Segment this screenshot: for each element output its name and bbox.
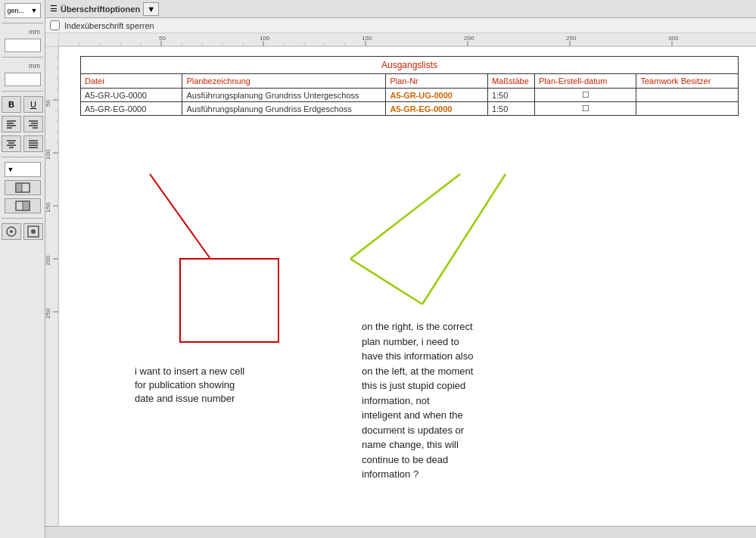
col-header-teamwork: Teamwork Besitzer xyxy=(636,74,739,89)
ruler-vertical: 50 100 150 200 250 xyxy=(45,47,59,526)
cell-checkbox-2: ☐ xyxy=(535,102,636,116)
svg-rect-68 xyxy=(180,259,278,342)
ruler-horizontal: 50 100 150 200 250 300 xyxy=(59,33,756,47)
ruler-vertical-svg: 50 100 150 200 250 xyxy=(45,47,59,526)
cell-massstabe-1: 1:50 xyxy=(487,89,534,102)
align-row-2 xyxy=(2,135,43,152)
input-field-2[interactable] xyxy=(5,73,41,86)
svg-text:50: 50 xyxy=(45,100,51,107)
box-button-1[interactable] xyxy=(5,180,41,195)
ruler-horizontal-svg: 50 100 150 200 250 300 xyxy=(59,33,756,47)
cell-planbezeichnung-2: Ausführungsplanung Grundriss Erdgeschoss xyxy=(182,102,386,116)
text-style-row: B U xyxy=(2,96,43,113)
tools-row xyxy=(2,223,43,240)
col-header-massstabe: Maßstäbe xyxy=(487,74,534,89)
annotation-right-line4: on the left, at the moment xyxy=(362,365,473,377)
align-right-button[interactable] xyxy=(23,116,43,132)
annotation-right-line5: this is just stupid copied xyxy=(362,380,465,391)
svg-rect-19 xyxy=(23,201,30,210)
align-center-button[interactable] xyxy=(2,135,21,152)
svg-text:200: 200 xyxy=(45,255,51,266)
tool-button-2[interactable] xyxy=(23,223,43,240)
annotation-right-line1: on the right, is the correct xyxy=(362,321,473,332)
mm-label-1: mm xyxy=(2,28,43,36)
svg-text:300: 300 xyxy=(668,35,679,42)
svg-text:150: 150 xyxy=(45,202,51,213)
annotation-left-line2: for publication showing xyxy=(135,379,235,390)
annotation-right-line6: information, not xyxy=(362,395,430,406)
annotation-right-line11: information ? xyxy=(362,468,418,480)
cell-checkbox-1: ☐ xyxy=(535,89,636,102)
table-title: Ausgangslists xyxy=(81,57,739,74)
svg-text:150: 150 xyxy=(362,35,372,42)
annotation-left-line3: date and issue number xyxy=(135,393,235,404)
table-row: A5-GR-UG-0000 Ausführungsplanung Grundri… xyxy=(81,89,739,102)
align-row-1 xyxy=(2,116,43,132)
annotation-right-line2: plan number, i need to xyxy=(362,336,459,347)
lock-index-label: Indexüberschrift sperren xyxy=(64,21,154,30)
dropdown-middle[interactable]: ▼ xyxy=(5,162,41,177)
align-left-button[interactable] xyxy=(2,116,21,132)
svg-rect-17 xyxy=(16,183,22,192)
main-area: ☰ Überschriftoptionen ▼ Indexüberschrift… xyxy=(45,0,756,538)
canvas-area: Ausgangslists Datei Planbezeichnung Plan… xyxy=(59,47,756,526)
col-header-erstell: Plan-Erstell-datum xyxy=(535,74,636,89)
checkbox-row: Indexüberschrift sperren xyxy=(45,18,756,33)
cell-planbezeichnung-1: Ausführungsplanung Grundriss Untergescho… xyxy=(182,89,386,102)
justify-button[interactable] xyxy=(23,135,43,152)
bottom-scrollbar[interactable] xyxy=(45,526,756,538)
svg-text:100: 100 xyxy=(45,149,51,160)
svg-point-23 xyxy=(31,229,36,234)
cell-teamwork-1 xyxy=(636,89,739,102)
col-header-datei: Datei xyxy=(81,74,182,89)
annotation-text-left: i want to insert a new cell for publicat… xyxy=(135,365,286,406)
svg-line-69 xyxy=(150,174,210,259)
top-bar: ☰ Überschriftoptionen ▼ xyxy=(45,0,756,18)
underline-button[interactable]: U xyxy=(23,96,43,113)
annotation-left-line1: i want to insert a new cell xyxy=(135,365,244,377)
document-table: Ausgangslists Datei Planbezeichnung Plan… xyxy=(80,56,739,116)
cell-plannr-2: A5-GR-EG-0000 xyxy=(386,102,487,116)
header-options-dropdown[interactable]: ▼ xyxy=(143,2,159,16)
col-header-planbezeichnung: Planbezeichnung xyxy=(182,74,386,89)
svg-line-70 xyxy=(350,259,422,304)
mm-label-2: mm xyxy=(2,62,43,70)
left-sidebar: gen... ▼ mm mm B U ▼ xyxy=(0,0,45,538)
cell-massstabe-2: 1:50 xyxy=(487,102,534,116)
svg-text:250: 250 xyxy=(566,35,577,42)
input-field-1[interactable] xyxy=(5,39,41,52)
svg-text:100: 100 xyxy=(260,35,270,42)
cell-datei-2: A5-GR-EG-0000 xyxy=(81,102,182,116)
cell-teamwork-2 xyxy=(636,102,739,116)
annotation-right-line7: inteligent and when the xyxy=(362,409,463,421)
tool-button-1[interactable] xyxy=(2,223,21,240)
dropdown-top[interactable]: gen... ▼ xyxy=(5,3,41,18)
bold-button[interactable]: B xyxy=(2,96,21,113)
svg-text:50: 50 xyxy=(159,35,166,42)
menu-icon: ☰ xyxy=(50,4,58,14)
table-row: A5-GR-EG-0000 Ausführungsplanung Grundri… xyxy=(81,102,739,116)
annotation-right-line9: name change, this will xyxy=(362,439,459,450)
ruler-corner xyxy=(45,33,59,47)
lock-index-checkbox[interactable] xyxy=(50,20,60,30)
svg-text:200: 200 xyxy=(464,35,474,42)
top-bar-title: Überschriftoptionen xyxy=(61,5,140,14)
annotation-text-right: on the right, is the correct plan number… xyxy=(362,319,543,482)
svg-point-21 xyxy=(10,230,13,233)
box-button-2[interactable] xyxy=(5,198,41,213)
svg-text:250: 250 xyxy=(45,308,51,319)
ruler-and-content: 50 100 150 200 250 300 xyxy=(45,33,756,526)
cell-plannr-1: A5-GR-UG-0000 xyxy=(386,89,487,102)
annotation-right-line10: continue to be dead xyxy=(362,454,448,465)
annotation-right-line3: have this information also xyxy=(362,350,473,362)
col-header-plannr: Plan-Nr xyxy=(386,74,487,89)
annotation-right-line8: document is updates or xyxy=(362,424,464,436)
cell-datei-1: A5-GR-UG-0000 xyxy=(81,89,182,102)
